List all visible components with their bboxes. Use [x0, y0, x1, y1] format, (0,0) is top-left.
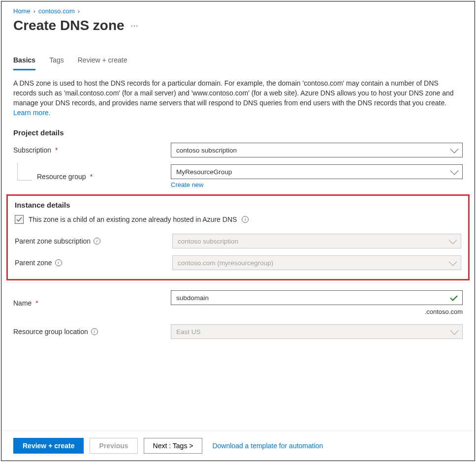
resource-group-select[interactable]: MyResourceGroup: [171, 164, 463, 179]
info-icon[interactable]: i: [94, 238, 100, 245]
parent-sub-label: Parent zone subscription i: [15, 237, 172, 245]
review-create-button[interactable]: Review + create: [13, 438, 84, 454]
name-label: Name*: [13, 299, 171, 307]
check-icon: [450, 293, 458, 301]
breadcrumb-contoso[interactable]: contoso.com: [38, 7, 75, 15]
name-value: subdomain: [176, 294, 209, 302]
next-button[interactable]: Next : Tags >: [144, 438, 203, 454]
subscription-select[interactable]: contoso subscription: [171, 143, 463, 157]
tab-basics[interactable]: Basics: [13, 53, 35, 70]
chevron-down-icon: [449, 257, 457, 266]
breadcrumb-home[interactable]: Home: [13, 7, 31, 15]
location-label: Resource group location i: [13, 328, 171, 336]
name-suffix: .contoso.com: [171, 308, 463, 315]
breadcrumb: Home › contoso.com ›: [13, 7, 463, 15]
chevron-down-icon: [450, 145, 459, 153]
page-title: Create DNS zone: [13, 18, 125, 33]
parent-zone-label: Parent zone i: [15, 259, 172, 267]
check-icon: [16, 216, 22, 222]
location-select: East US: [171, 324, 463, 339]
instance-details-highlight: Instance details This zone is a child of…: [6, 194, 470, 280]
info-icon[interactable]: i: [91, 328, 98, 335]
info-icon[interactable]: i: [55, 259, 62, 266]
parent-sub-value: contoso subscription: [178, 238, 238, 245]
parent-zone-value: contoso.com (myresourcegroup): [178, 259, 273, 267]
previous-button: Previous: [90, 438, 137, 454]
location-value: East US: [176, 328, 201, 336]
subscription-value: contoso subscription: [176, 147, 237, 154]
resource-group-label: Resource group*: [13, 173, 171, 181]
tab-tags[interactable]: Tags: [49, 53, 64, 70]
download-template-link[interactable]: Download a template for automation: [212, 442, 323, 450]
chevron-right-icon: ›: [33, 7, 35, 15]
child-zone-checkbox[interactable]: [15, 215, 24, 224]
parent-zone-select: contoso.com (myresourcegroup): [172, 255, 461, 270]
more-actions-icon[interactable]: ⋯: [130, 21, 139, 31]
name-input[interactable]: subdomain: [171, 290, 463, 305]
instance-details-heading: Instance details: [15, 201, 461, 209]
tabs: Basics Tags Review + create: [13, 53, 463, 70]
project-details-heading: Project details: [13, 128, 463, 137]
learn-more-link[interactable]: Learn more.: [13, 109, 50, 117]
subscription-label: Subscription*: [13, 146, 171, 154]
tab-review-create[interactable]: Review + create: [78, 53, 127, 70]
info-icon[interactable]: i: [242, 216, 249, 223]
chevron-down-icon: [449, 236, 457, 244]
create-new-link[interactable]: Create new: [171, 181, 463, 188]
resource-group-value: MyResourceGroup: [176, 168, 232, 176]
description-text: A DNS zone is used to host the DNS recor…: [13, 78, 463, 118]
child-zone-checkbox-label: This zone is a child of an existing zone…: [29, 216, 237, 223]
chevron-down-icon: [450, 326, 459, 335]
chevron-down-icon: [450, 166, 459, 175]
chevron-right-icon: ›: [78, 7, 80, 15]
parent-sub-select: contoso subscription: [172, 234, 461, 248]
footer: Review + create Previous Next : Tags > D…: [1, 431, 475, 461]
